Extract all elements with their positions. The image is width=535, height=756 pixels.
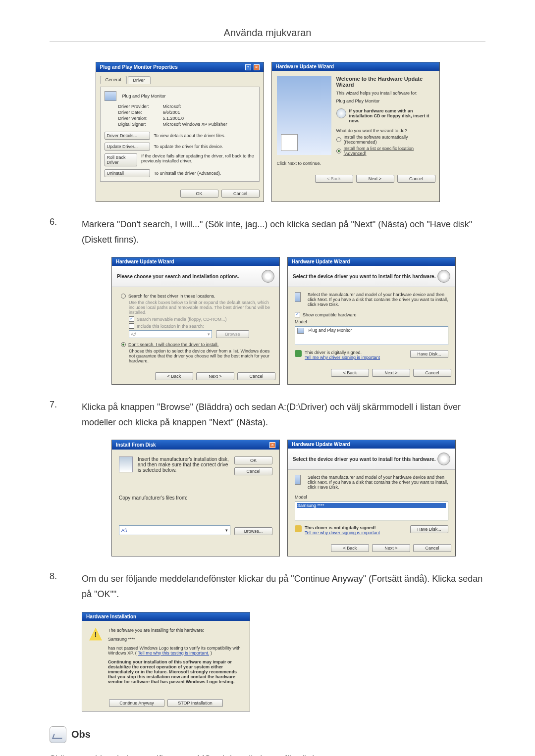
wizard-device-icon xyxy=(281,134,298,151)
model-column-label: Model xyxy=(295,319,448,324)
screenshot-wizard-select-1: Hardware Update Wizard Select the device… xyxy=(287,257,456,385)
help-icon[interactable]: ? xyxy=(245,64,251,70)
signer-value: Microsoft Windows XP Publisher xyxy=(163,122,255,127)
radio-advanced[interactable] xyxy=(336,149,341,153)
chevron-down-icon[interactable]: ▾ xyxy=(225,528,228,533)
note-icon xyxy=(50,726,66,743)
chk-removable-label: Search removable media (floppy, CD-ROM..… xyxy=(137,317,226,322)
step-7-number: 7. xyxy=(50,400,82,410)
next-button[interactable]: Next > xyxy=(372,369,410,377)
ok-button[interactable]: OK xyxy=(234,456,272,464)
cancel-button[interactable]: Cancel xyxy=(234,467,272,475)
chk-include-location xyxy=(129,323,134,329)
radio-dont-search[interactable] xyxy=(121,342,126,347)
version-label: Driver Version: xyxy=(118,116,158,121)
location-combo-value: A:\ xyxy=(131,332,136,337)
model-item-label: Plug and Play Monitor xyxy=(309,328,352,333)
browse-button[interactable]: Browse... xyxy=(234,527,272,535)
chevron-down-icon: ▾ xyxy=(208,332,210,337)
hw-line2: has not passed Windows Logo testing to v… xyxy=(108,646,243,655)
monitor-icon xyxy=(295,292,301,302)
rollback-driver-button[interactable]: Roll Back Driver xyxy=(105,153,137,166)
wizard-header: Please choose your search and installati… xyxy=(117,274,239,279)
tab-general[interactable]: General xyxy=(100,76,127,84)
back-button[interactable]: < Back xyxy=(155,372,193,380)
date-value: 6/6/2001 xyxy=(163,110,255,115)
back-button[interactable]: < Back xyxy=(331,544,369,552)
screenshot-wizard-search: Hardware Update Wizard Please choose you… xyxy=(111,257,280,385)
monitor-icon xyxy=(105,91,116,101)
wizard-icon xyxy=(437,270,450,283)
next-button[interactable]: Next > xyxy=(356,175,394,183)
next-button[interactable]: Next > xyxy=(372,544,410,552)
radio-search-desc: Use the check boxes below to limit or ex… xyxy=(129,300,270,315)
cancel-button[interactable]: Cancel xyxy=(237,372,275,380)
why-signing-link[interactable]: Tell me why driver signing is important xyxy=(305,530,380,535)
radio-search-best[interactable] xyxy=(121,294,126,299)
have-disk-button[interactable]: Have Disk... xyxy=(410,525,448,533)
model-list[interactable]: Plug and Play Monitor xyxy=(295,326,448,345)
window-title: Hardware Update Wizard xyxy=(292,442,350,447)
update-driver-button[interactable]: Update Driver... xyxy=(105,143,150,151)
chk-show-compat[interactable]: ✓ xyxy=(295,312,300,317)
device-name: Plug and Play Monitor xyxy=(122,94,166,99)
driver-details-desc: To view details about the driver files. xyxy=(154,133,226,138)
tab-driver[interactable]: Driver xyxy=(128,76,151,84)
rollback-driver-desc: If the device fails after updating the d… xyxy=(141,153,255,163)
cancel-button[interactable]: Cancel xyxy=(397,175,435,183)
have-disk-button[interactable]: Have Disk... xyxy=(410,350,448,358)
chk-removable: ✓ xyxy=(129,316,134,322)
wizard-sidebar xyxy=(277,76,331,155)
chk-include-label: Include this location in the search: xyxy=(137,324,204,329)
signed-text: This driver is digitally signed. xyxy=(305,350,380,355)
cancel-button[interactable]: Cancel xyxy=(221,190,260,198)
not-signed-text: This driver is not digitally signed! xyxy=(305,525,380,530)
window-title: Hardware Update Wizard xyxy=(116,259,174,264)
back-button[interactable]: < Back xyxy=(331,369,369,377)
model-list[interactable]: Samsung **** xyxy=(295,502,448,520)
model-item-label: Samsung **** xyxy=(297,503,324,508)
warning-icon xyxy=(295,525,302,532)
hw-line1: The software you are installing for this… xyxy=(108,628,243,633)
radio-auto[interactable] xyxy=(336,137,341,142)
close-icon[interactable]: × xyxy=(269,442,275,448)
note-line-1: Skärmens drivrutin har certifierats av M… xyxy=(50,751,485,756)
window-title: Hardware Installation xyxy=(86,614,136,619)
wizard-icon xyxy=(437,453,450,465)
uninstall-button[interactable]: Uninstall xyxy=(105,169,150,177)
hw-strong: Continuing your installation of this sof… xyxy=(108,659,243,684)
why-testing-link[interactable]: Tell me why this testing is important. xyxy=(138,651,209,655)
next-button[interactable]: Next > xyxy=(196,372,234,380)
model-item[interactable]: Plug and Play Monitor xyxy=(297,328,446,334)
cd-icon xyxy=(336,108,346,118)
step-7-text: Klicka på knappen "Browse" (Bläddra) och… xyxy=(82,400,485,430)
driver-details-button[interactable]: Driver Details... xyxy=(105,132,150,140)
continue-anyway-button[interactable]: Continue Anyway xyxy=(109,699,164,707)
radio-dont-search-label: Don't search. I will choose the driver t… xyxy=(128,342,218,347)
cancel-button[interactable]: Cancel xyxy=(413,369,451,377)
screenshot-monitor-properties: Plug and Play Monitor Properties ? × Gen… xyxy=(96,62,264,202)
back-button: < Back xyxy=(315,175,353,183)
wizard-continue: Click Next to continue. xyxy=(277,161,434,166)
date-label: Driver Date: xyxy=(118,110,158,115)
update-driver-desc: To update the driver for this device. xyxy=(154,144,223,149)
stop-installation-button[interactable]: STOP Installation xyxy=(167,699,223,707)
copy-from-input[interactable]: A:\ ▾ xyxy=(119,525,230,535)
location-combo: A:\ ▾ xyxy=(129,330,212,338)
hw-line2b: ) xyxy=(211,651,212,655)
copy-from-value: A:\ xyxy=(121,528,127,533)
step-8-text: Om du ser följande meddelandefönster kli… xyxy=(82,571,485,602)
wizard-header: Select the device driver you want to ins… xyxy=(293,274,435,279)
step-6-number: 6. xyxy=(50,217,82,227)
cancel-button[interactable]: Cancel xyxy=(413,544,451,552)
page-title: Använda mjukvaran xyxy=(50,27,485,39)
wizard-icon xyxy=(262,270,274,283)
wizard-instruction: Select the manufacturer and model of you… xyxy=(308,292,448,307)
ok-button[interactable]: OK xyxy=(180,190,218,198)
radio-advanced-label: Install from a list or specific location… xyxy=(344,146,434,156)
radio-dont-search-desc: Choose this option to select the device … xyxy=(129,349,270,363)
close-icon[interactable]: × xyxy=(254,64,260,70)
window-title: Install From Disk xyxy=(116,442,156,448)
model-item-selected[interactable]: Samsung **** xyxy=(297,503,446,508)
why-signing-link[interactable]: Tell me why driver signing is important xyxy=(305,355,380,360)
